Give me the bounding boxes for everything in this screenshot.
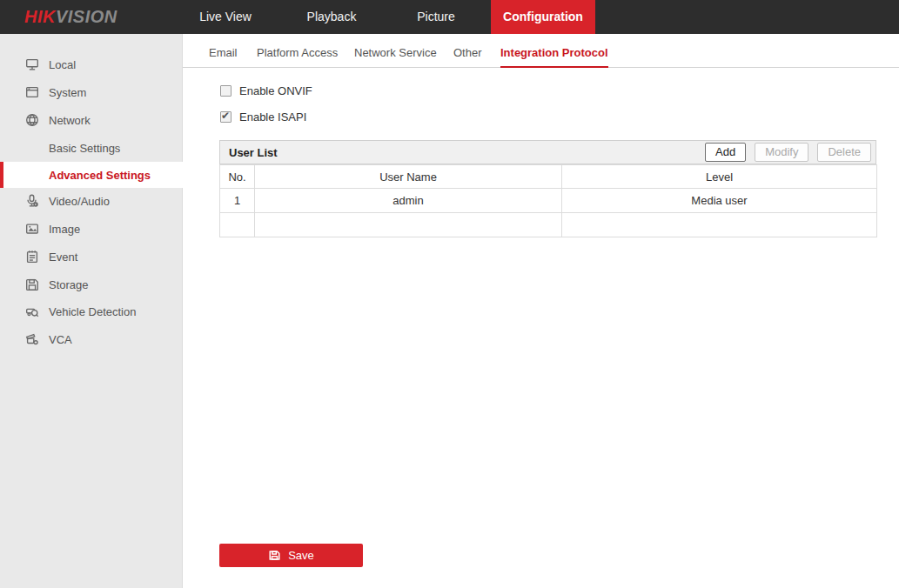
sidebar-item-label: Local <box>49 58 76 71</box>
table-row[interactable]: 1 admin Media user <box>220 189 877 213</box>
main-content: Email Platform Access Network Service Ot… <box>183 34 899 588</box>
user-list-buttons: Add Modify Delete <box>696 143 871 162</box>
sidebar-item-basic-settings[interactable]: Basic Settings <box>0 135 183 161</box>
sidebar-item-label: Image <box>49 223 80 236</box>
hikvision-logo: HIKVISION <box>24 7 117 27</box>
tab-email[interactable]: Email <box>209 43 238 68</box>
save-button-label: Save <box>288 549 314 562</box>
enable-isapi-row[interactable]: Enable ISAPI <box>220 110 306 124</box>
tab-other[interactable]: Other <box>453 43 482 68</box>
event-icon <box>24 249 40 264</box>
sidebar-item-label: Basic Settings <box>49 142 120 155</box>
microphone-icon <box>24 193 40 209</box>
sidebar-item-advanced-settings[interactable]: Advanced Settings <box>0 162 183 188</box>
tab-bar: Email Platform Access Network Service Ot… <box>183 43 899 68</box>
sidebar-item-video-audio[interactable]: Video/Audio <box>0 188 183 214</box>
sidebar-item-label: Storage <box>49 278 89 291</box>
logo-hik: HIK <box>24 7 56 26</box>
enable-onvif-label: Enable ONVIF <box>239 84 312 97</box>
save-button[interactable]: Save <box>219 544 363 567</box>
column-header-no: No. <box>220 165 255 189</box>
user-list-table: No. User Name Level 1 admin Media user <box>219 164 877 237</box>
top-nav: HIKVISION Live View Playback Picture Con… <box>0 0 899 34</box>
sidebar-item-label: Video/Audio <box>49 195 110 208</box>
nav-playback[interactable]: Playback <box>278 0 385 34</box>
sidebar-item-storage[interactable]: Storage <box>0 271 183 297</box>
user-list-panel: User List Add Modify Delete No. User Nam… <box>219 140 876 237</box>
sidebar-item-label: Event <box>49 251 77 264</box>
sidebar-item-vca[interactable]: VCA <box>0 326 183 352</box>
sidebar-item-vehicle-detection[interactable]: Vehicle Detection <box>0 298 183 324</box>
enable-isapi-label: Enable ISAPI <box>239 110 306 124</box>
enable-isapi-checkbox[interactable] <box>220 111 231 123</box>
nav-picture[interactable]: Picture <box>383 0 489 34</box>
sidebar-item-label: Vehicle Detection <box>49 305 136 318</box>
window-icon <box>24 84 40 100</box>
table-empty-area <box>220 213 877 237</box>
vehicle-detection-icon <box>24 304 40 319</box>
enable-onvif-checkbox[interactable] <box>220 85 231 97</box>
nav-live-view[interactable]: Live View <box>172 0 278 34</box>
monitor-icon <box>24 57 40 72</box>
vca-icon <box>24 331 40 347</box>
tab-platform-access[interactable]: Platform Access <box>257 43 338 68</box>
table-header-row: No. User Name Level <box>220 165 877 189</box>
sidebar-item-label: VCA <box>49 333 72 346</box>
user-list-title: User List <box>229 146 278 159</box>
cell-level: Media user <box>562 189 877 213</box>
sidebar-item-event[interactable]: Event <box>0 244 183 270</box>
sidebar-item-label: Network <box>49 114 91 127</box>
enable-onvif-row[interactable]: Enable ONVIF <box>220 84 312 97</box>
logo-vision: VISION <box>56 7 117 26</box>
sidebar-item-local[interactable]: Local <box>0 51 183 77</box>
sidebar-item-image[interactable]: Image <box>0 216 183 242</box>
tab-integration-protocol[interactable]: Integration Protocol <box>500 43 608 68</box>
column-header-level: Level <box>562 165 877 189</box>
save-icon <box>268 549 281 562</box>
tab-network-service[interactable]: Network Service <box>354 43 437 68</box>
modify-button[interactable]: Modify <box>755 143 808 162</box>
storage-icon <box>24 277 40 292</box>
sidebar-item-label: System <box>49 86 86 99</box>
sidebar-item-network[interactable]: Network <box>0 107 183 133</box>
image-icon <box>24 221 40 237</box>
user-list-header: User List Add Modify Delete <box>219 140 876 164</box>
cell-user-name: admin <box>255 189 562 213</box>
delete-button[interactable]: Delete <box>817 143 871 162</box>
add-button[interactable]: Add <box>705 143 746 162</box>
sidebar: Local System Network Basic Settings Adva… <box>0 34 183 588</box>
globe-icon <box>24 112 40 128</box>
page: HIKVISION Live View Playback Picture Con… <box>0 0 899 588</box>
sidebar-item-label: Advanced Settings <box>49 169 151 182</box>
column-header-user-name: User Name <box>255 165 562 189</box>
nav-configuration[interactable]: Configuration <box>491 0 595 34</box>
sidebar-item-system[interactable]: System <box>0 79 183 105</box>
cell-no: 1 <box>220 189 255 213</box>
